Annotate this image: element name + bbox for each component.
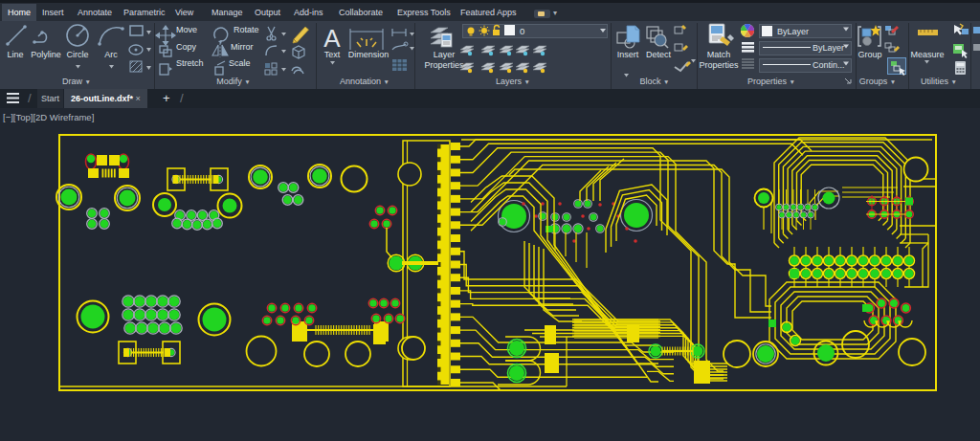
svg-text:A: A (323, 24, 341, 53)
